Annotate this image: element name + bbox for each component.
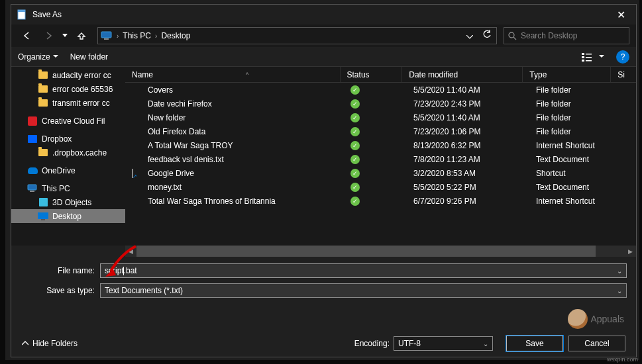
file-row[interactable]: Covers✓5/5/2020 11:40 AMFile folder <box>125 83 636 97</box>
title-bar: Save As ✕ <box>11 5 636 24</box>
chevron-down-icon <box>599 55 604 58</box>
svg-rect-14 <box>38 212 48 219</box>
sidebar-item-error-code-65536[interactable]: error code 65536 <box>11 82 125 96</box>
sync-ok-icon: ✓ <box>350 113 360 122</box>
sync-ok-icon: ✓ <box>350 183 360 192</box>
filetype-select[interactable]: Text Documents (*.txt) ⌄ <box>100 283 627 298</box>
column-header-type[interactable]: Type <box>523 67 611 82</box>
sidebar-item-dropbox[interactable]: Dropbox <box>11 132 125 146</box>
file-row[interactable]: Date vechi Firefox✓7/23/2020 2:43 PMFile… <box>125 97 636 111</box>
breadcrumb-desktop[interactable]: Desktop <box>157 31 194 40</box>
file-row[interactable]: Total War Saga Thrones of Britannia✓6/7/… <box>125 194 636 208</box>
search-placeholder: Search Desktop <box>521 31 577 40</box>
svg-rect-13 <box>30 191 34 192</box>
filename-label: File name: <box>21 266 100 275</box>
sidebar-item-3d-objects[interactable]: 3D Objects <box>11 195 125 209</box>
svg-rect-11 <box>586 60 592 62</box>
sort-indicator-icon: ^ <box>246 71 248 78</box>
encoding-select[interactable]: UTF-8 ⌄ <box>394 336 493 351</box>
svg-rect-3 <box>104 38 109 40</box>
column-headers: Name ^ Status Date modified Type Si <box>125 67 636 83</box>
svg-rect-10 <box>586 57 592 58</box>
up-button[interactable] <box>72 26 91 45</box>
chevron-down-icon[interactable]: ⌄ <box>617 287 622 295</box>
back-button[interactable] <box>18 26 36 45</box>
watermark: Appuals <box>568 309 624 329</box>
file-list-pane: Name ^ Status Date modified Type Si Cove… <box>125 67 636 246</box>
help-button[interactable]: ? <box>616 50 629 64</box>
sidebar-item-creative-cloud-fil[interactable]: Creative Cloud Fil <box>11 114 125 128</box>
svg-rect-8 <box>582 60 584 62</box>
bottom-bar: Hide Folders Encoding: UTF-8 ⌄ Save Canc… <box>22 336 625 351</box>
save-form: File name: script.bat ⌄ Save as type: Te… <box>11 257 636 307</box>
breadcrumb-thispc[interactable]: This PC <box>119 31 155 40</box>
sync-ok-icon: ✓ <box>350 127 360 136</box>
horizontal-scrollbar[interactable]: ◀ ▶ <box>125 246 636 257</box>
sync-ok-icon: ✓ <box>350 99 360 109</box>
svg-rect-6 <box>582 53 584 55</box>
sync-ok-icon: ✓ <box>350 197 360 206</box>
view-options-button[interactable] <box>582 52 604 62</box>
sync-ok-icon: ✓ <box>350 85 360 95</box>
close-button[interactable]: ✕ <box>610 7 632 23</box>
chevron-down-icon[interactable]: ⌄ <box>483 340 488 347</box>
new-folder-button[interactable]: New folder <box>70 52 108 62</box>
chevron-up-icon <box>22 340 28 347</box>
file-row[interactable]: New folder✓5/5/2020 11:40 AMFile folder <box>125 111 636 124</box>
svg-rect-7 <box>582 56 584 58</box>
file-row[interactable]: feedback vsl denis.txt✓7/8/2020 11:23 AM… <box>125 152 636 166</box>
file-row[interactable]: money.txt✓5/5/2020 5:22 PMText Document <box>125 180 636 194</box>
filename-input[interactable]: script.bat ⌄ <box>100 263 627 278</box>
sync-ok-icon: ✓ <box>350 155 360 164</box>
sidebar-item-audacity-error-cc[interactable]: audacity error cc <box>11 68 125 82</box>
window-title: Save As <box>32 10 62 19</box>
column-header-date[interactable]: Date modified <box>402 67 523 82</box>
file-row[interactable]: Old Firefox Data✓7/23/2020 1:06 PMFile f… <box>125 124 636 138</box>
sidebar-item-desktop[interactable]: Desktop <box>11 209 125 223</box>
svg-rect-1 <box>18 10 25 12</box>
thispc-icon <box>101 31 113 40</box>
svg-line-5 <box>513 37 516 40</box>
notepad-icon <box>17 9 27 20</box>
svg-rect-2 <box>101 32 111 38</box>
file-row[interactable]: A Total War Saga TROY✓8/13/2020 6:32 PMI… <box>125 138 636 152</box>
chevron-down-icon <box>53 55 58 58</box>
filetype-label: Save as type: <box>21 286 100 295</box>
scroll-left-icon[interactable]: ◀ <box>125 246 136 257</box>
sync-ok-icon: ✓ <box>350 169 360 178</box>
address-dropdown-icon[interactable] <box>463 30 476 42</box>
refresh-icon[interactable] <box>480 30 494 42</box>
sidebar-item--dropbox-cache[interactable]: .dropbox.cache <box>11 146 125 159</box>
search-box[interactable]: Search Desktop <box>504 27 629 44</box>
scroll-right-icon[interactable]: ▶ <box>625 246 636 257</box>
forward-button[interactable] <box>39 26 58 45</box>
sidebar: audacity error ccerror code 65536transmi… <box>11 67 125 246</box>
svg-point-4 <box>509 32 514 38</box>
scrollbar-thumb[interactable] <box>136 246 596 257</box>
column-header-status[interactable]: Status <box>341 67 403 82</box>
history-dropdown-icon[interactable] <box>60 26 70 45</box>
cancel-button[interactable]: Cancel <box>568 336 625 351</box>
sidebar-item-onedrive[interactable]: OneDrive <box>11 163 125 177</box>
svg-rect-15 <box>41 219 45 220</box>
organize-menu[interactable]: Organize <box>18 52 58 62</box>
hide-folders-button[interactable]: Hide Folders <box>22 339 78 348</box>
svg-rect-12 <box>28 185 36 190</box>
save-button[interactable]: Save <box>506 336 563 351</box>
sidebar-item-this-pc[interactable]: This PC <box>11 181 125 195</box>
source-label: wsxpin.com <box>607 356 638 363</box>
file-list: Covers✓5/5/2020 11:40 AMFile folderDate … <box>125 83 636 246</box>
nav-bar: › This PC › Desktop Search Desktop <box>11 24 636 47</box>
search-icon <box>508 32 517 40</box>
sidebar-item-transmit-error-cc[interactable]: transmit error cc <box>11 96 125 110</box>
sync-ok-icon: ✓ <box>350 141 360 150</box>
column-header-name[interactable]: Name ^ <box>125 67 341 82</box>
file-row[interactable]: Google Drive✓3/2/2020 8:53 AMShortcut <box>125 166 636 180</box>
encoding-label: Encoding: <box>354 339 390 348</box>
chevron-down-icon[interactable]: ⌄ <box>617 267 622 275</box>
svg-rect-9 <box>586 54 592 55</box>
address-bar[interactable]: › This PC › Desktop <box>97 27 497 44</box>
toolbar: Organize New folder ? <box>11 47 636 67</box>
column-header-size[interactable]: Si <box>611 67 636 82</box>
